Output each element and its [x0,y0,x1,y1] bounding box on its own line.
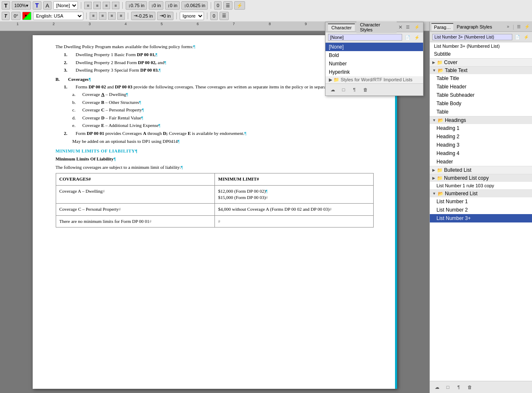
para-item-listnumber2[interactable]: List Number 2 [430,206,532,214]
para-item-heading4[interactable]: Heading 4 [430,149,532,158]
char-style-list: [None] Bold Number Hyperlink ▶ 📁 Styles … [325,43,423,83]
para-group-headings[interactable]: ▼ 📂 Headings [430,116,532,124]
para-new-btn[interactable]: 📄 [514,33,521,41]
num-field[interactable]: 0 [214,1,222,10]
color-box[interactable]: ▾ [22,12,31,20]
align2-center-btn[interactable]: ≡ [99,12,106,20]
para-group-cover[interactable]: ▶ 📁 Cover [430,58,532,66]
para-para-icon[interactable]: ¶ [454,383,463,392]
right-panel: Character Character Styles ✕ ☰ ⚡ [None] … [429,22,532,393]
para-item-heading1[interactable]: Heading 1 [430,124,532,132]
para-delete-icon[interactable]: 🗑 [465,383,474,392]
char-item-number[interactable]: Number [325,59,423,68]
para-group-numbered[interactable]: ▼ 📂 Numbered List [430,189,532,197]
para-item-listnumber1[interactable]: List Number 1 [430,197,532,206]
para-tab[interactable]: Parag… [431,23,453,31]
para-item-table-body[interactable]: Table Body [430,99,532,108]
para-item-listnumber3plus[interactable]: List Number 3+ (Numbered List) [430,42,532,50]
para-group-bulleted[interactable]: ▶ 📁 Bulleted List [430,166,532,174]
para-current-value: List Number 3+ (Numbered List) [432,34,512,40]
char-panel-menu[interactable]: ☰ [404,23,412,31]
ruler-mark-7: 7 [232,22,235,26]
coverage-letter-c: c. [72,107,83,113]
spacing-4[interactable]: ↕ 0.0625 in [181,1,208,10]
para-panel-menu[interactable]: ☰ [515,23,522,31]
num2-field[interactable]: 0 [210,12,218,20]
indent2-field[interactable]: ⇥ 0 in [157,12,173,20]
para-item-table[interactable]: Table [430,108,532,116]
toolbar-row-2: T 0° ▾ English: USA ≡ ≡ ≡ ≡ ⇥ -0.25 in ⇥… [2,11,530,21]
menu-btn[interactable]: ☰ [223,1,232,10]
toolbar: T 100% ▾ T A [None] ≡ ≡ ≡ ≡ ↕ 0.75 in ↕ … [0,0,532,22]
para-item-table-subheader[interactable]: Table Subheader [430,91,532,99]
font-A-btn[interactable]: A [43,1,52,10]
align-left-btn[interactable]: ≡ [84,2,92,9]
char-item-bold[interactable]: Bold [325,51,423,59]
align2-right-btn[interactable]: ≡ [108,12,116,20]
char-item-hyperlink[interactable]: Hyperlink [325,68,423,76]
para-cloud-icon[interactable]: ☁ [432,383,442,392]
numbered-copy-folder-icon: 📁 [437,176,443,181]
char-panel-header: Character Character Styles ✕ ☰ ⚡ [325,22,423,32]
style-dropdown[interactable]: [None] [53,1,78,10]
coverage-b-text: Coverage B – Other Structures¶ [83,99,141,106]
para-styles-tab[interactable]: Paragraph Styles [454,23,494,30]
align-right-btn[interactable]: ≡ [103,2,110,9]
font-T-btn[interactable]: T [33,1,41,10]
char-panel-lightning[interactable]: ⚡ [413,23,421,31]
char-tab[interactable]: Character [328,23,355,31]
coverage-num-1: 1. [64,84,76,90]
para-group-numbered-copy[interactable]: ▶ 📁 Numbered List copy [430,174,532,182]
coverage-text-2: Form DP 00 01 provides Coverages A throu… [76,130,247,137]
table-row-no-minimum: There are no minimum limits for Form DP … [56,215,374,227]
ruler-mark-9: 9 [305,22,307,26]
char-new-btn[interactable]: 📄 [404,34,411,41]
char-delete-icon[interactable]: 🗑 [361,85,370,94]
char-panel-toolbar: [None] 📄 ⚡ [325,32,423,43]
character-panel: Character Character Styles ✕ ☰ ⚡ [None] … [325,22,424,96]
para-group-table-text[interactable]: ▼ 📂 Table Text [430,66,532,74]
align-center-btn[interactable]: ≡ [93,2,101,9]
align2-justify-btn[interactable]: ≡ [117,12,125,20]
list-btn[interactable]: ☰ [220,12,229,20]
para-expand-btn[interactable]: » [504,23,512,31]
numbered-copy-group-label: Numbered List copy [444,175,489,181]
table-text-folder-icon: 📂 [438,68,444,73]
para-item-table-title[interactable]: Table Title [430,74,532,83]
optional-text-para: May be added on an optional basis to DP1… [64,138,380,145]
char-cloud-icon[interactable]: ☁ [328,85,337,94]
char-styles-tab[interactable]: Character Styles [356,21,397,33]
char-new-style-icon[interactable]: □ [339,85,348,94]
italic-T-btn[interactable]: T [2,12,10,20]
spacing-2[interactable]: ↕ 0 in [149,1,163,10]
color-arrow: ▾ [25,13,27,18]
list-num-1: 1. [64,52,76,58]
char-lightning2-btn[interactable]: ⚡ [413,34,421,41]
para-new-style-icon[interactable]: □ [443,383,452,392]
char-item-none[interactable]: [None] [325,43,423,51]
ignore-select[interactable]: Ignore [180,12,204,20]
lightning-btn[interactable]: ⚡ [234,1,245,10]
para-item-table-header[interactable]: Table Header [430,83,532,91]
coverage-d-row: d. Coverage D – Fair Rental Value¶ [64,115,380,121]
zoom-field[interactable]: 100% ▾ [12,1,31,10]
align2-left-btn[interactable]: ≡ [90,12,97,20]
rotation-field[interactable]: 0° [11,12,21,20]
para-item-listnumber1-rule103[interactable]: List Number 1 rule 103 copy [430,182,532,189]
para-item-heading2[interactable]: Heading 2 [430,132,532,141]
spacing-1[interactable]: ↕ 0.75 in [126,1,147,10]
para-lightning2-btn[interactable]: ⚡ [522,33,530,41]
language-select[interactable]: English: USA [33,12,83,20]
para-item-heading3[interactable]: Heading 3 [430,141,532,149]
para-item-header[interactable]: Header [430,158,532,166]
char-panel-close[interactable]: ✕ [398,24,403,30]
char-para-icon[interactable]: ¶ [350,85,359,94]
para-panel-lightning[interactable]: ⚡ [523,23,531,31]
indent1-field[interactable]: ⇥ -0.25 in [131,12,155,20]
list-text-1: Dwelling Property 1 Basic Form DP 00 01,… [76,52,158,58]
para-item-subtitle[interactable]: Subtitle [430,50,532,58]
align-justify-btn[interactable]: ≡ [112,2,119,9]
text-tool-T[interactable]: T [2,1,10,10]
para-item-listnumber3plus-selected[interactable]: List Number 3+ [430,214,532,222]
spacing-3[interactable]: ↕ 0 in [165,1,180,10]
